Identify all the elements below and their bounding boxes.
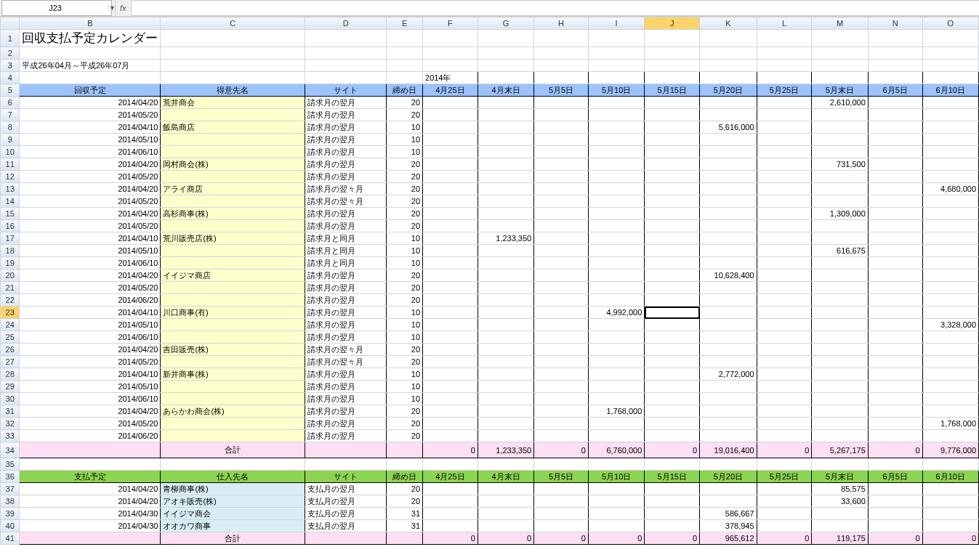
- recv-amount[interactable]: [588, 183, 644, 195]
- row-header[interactable]: 39: [1, 508, 20, 520]
- pay-amount[interactable]: [478, 495, 533, 508]
- recv-partner[interactable]: 川口商事(有): [161, 307, 305, 319]
- recv-amount[interactable]: [922, 368, 978, 381]
- cell[interactable]: [305, 442, 387, 458]
- recv-total-amount[interactable]: 0: [645, 442, 700, 458]
- recv-site[interactable]: 請求月の翌月: [305, 307, 387, 319]
- row-header[interactable]: 36: [1, 471, 20, 483]
- cell[interactable]: [757, 60, 812, 72]
- recv-partner[interactable]: アライ商店: [161, 183, 305, 195]
- cell[interactable]: [645, 30, 700, 47]
- spreadsheet-grid[interactable]: BCDEFGHIJKLMNO 1回収支払予定カレンダー23平成26年04月～平成…: [0, 17, 979, 559]
- recv-amount[interactable]: [645, 393, 700, 405]
- row-header[interactable]: 10: [1, 146, 20, 158]
- recv-amount[interactable]: [423, 195, 478, 208]
- cell[interactable]: [645, 60, 700, 72]
- recv-amount[interactable]: [423, 257, 478, 269]
- recv-amount[interactable]: [478, 418, 533, 430]
- recv-amount[interactable]: [423, 97, 478, 109]
- cell[interactable]: [305, 458, 387, 471]
- recv-site[interactable]: 請求月の翌々月: [305, 195, 387, 208]
- recv-amount[interactable]: [757, 195, 812, 208]
- recv-amount[interactable]: [423, 381, 478, 393]
- cell[interactable]: [478, 47, 533, 60]
- recv-amount[interactable]: [868, 97, 922, 109]
- recv-amount[interactable]: [922, 430, 978, 442]
- row-header[interactable]: 19: [1, 257, 20, 269]
- recv-amount[interactable]: 10,628,400: [700, 269, 757, 282]
- pay-partner[interactable]: 青柳商事(株): [161, 483, 305, 495]
- recv-partner[interactable]: [161, 282, 305, 294]
- pay-total-amount[interactable]: 0: [922, 532, 978, 545]
- recv-amount[interactable]: [423, 220, 478, 232]
- cell[interactable]: [387, 47, 423, 60]
- recv-site[interactable]: 請求月と同月: [305, 245, 387, 257]
- recv-amount[interactable]: [645, 183, 700, 195]
- cell[interactable]: [387, 442, 423, 458]
- recv-partner[interactable]: [161, 331, 305, 344]
- cell[interactable]: [922, 47, 978, 60]
- recv-amount[interactable]: [700, 245, 757, 257]
- pay-close[interactable]: 31: [387, 508, 423, 520]
- recv-amount[interactable]: [812, 319, 868, 331]
- recv-site[interactable]: 請求月の翌月: [305, 331, 387, 344]
- cell[interactable]: [588, 47, 644, 60]
- recv-amount[interactable]: [423, 121, 478, 134]
- recv-amount[interactable]: [645, 220, 700, 232]
- recv-amount[interactable]: [812, 109, 868, 121]
- recv-amount[interactable]: [700, 307, 757, 319]
- recv-amount[interactable]: [922, 146, 978, 158]
- col-header-amount-date[interactable]: 5月5日: [534, 84, 589, 97]
- recv-site[interactable]: 請求月の翌々月: [305, 356, 387, 368]
- recv-date[interactable]: 2014/06/10: [20, 331, 161, 344]
- recv-amount[interactable]: [812, 257, 868, 269]
- recv-amount[interactable]: [700, 158, 757, 171]
- recv-amount[interactable]: [423, 368, 478, 381]
- recv-date[interactable]: 2014/06/10: [20, 146, 161, 158]
- pay-amount[interactable]: 85,575: [812, 483, 868, 495]
- recv-partner[interactable]: [161, 195, 305, 208]
- recv-amount[interactable]: [478, 307, 533, 319]
- recv-close[interactable]: 20: [387, 430, 423, 442]
- cell[interactable]: [534, 47, 589, 60]
- recv-date[interactable]: 2014/05/10: [20, 134, 161, 146]
- recv-amount[interactable]: [588, 195, 644, 208]
- cell[interactable]: [305, 60, 387, 72]
- recv-amount[interactable]: [757, 356, 812, 368]
- recv-amount[interactable]: [868, 368, 922, 381]
- pay-total-amount[interactable]: 0: [757, 532, 812, 545]
- recv-amount[interactable]: [534, 232, 589, 245]
- col-header-amount-date[interactable]: 6月10日: [922, 84, 978, 97]
- recv-amount[interactable]: [478, 381, 533, 393]
- recv-date[interactable]: 2014/05/20: [20, 220, 161, 232]
- recv-amount[interactable]: [812, 171, 868, 183]
- cell[interactable]: [478, 72, 533, 84]
- recv-close[interactable]: 20: [387, 405, 423, 418]
- recv-amount[interactable]: [478, 344, 533, 356]
- recv-amount[interactable]: [700, 220, 757, 232]
- recv-close[interactable]: 20: [387, 356, 423, 368]
- recv-amount[interactable]: 616,675: [812, 245, 868, 257]
- recv-amount[interactable]: [423, 418, 478, 430]
- recv-amount[interactable]: [700, 146, 757, 158]
- recv-amount[interactable]: [868, 418, 922, 430]
- recv-amount[interactable]: [922, 269, 978, 282]
- row-header[interactable]: 38: [1, 495, 20, 508]
- cell[interactable]: [534, 72, 589, 84]
- recv-amount[interactable]: [588, 344, 644, 356]
- cell[interactable]: [423, 60, 478, 72]
- recv-partner[interactable]: [161, 257, 305, 269]
- recv-site[interactable]: 請求月の翌月: [305, 97, 387, 109]
- recv-close[interactable]: 20: [387, 418, 423, 430]
- recv-site[interactable]: 請求月の翌月: [305, 381, 387, 393]
- recv-amount[interactable]: [423, 294, 478, 307]
- pay-site[interactable]: 支払月の翌月: [305, 495, 387, 508]
- pay-amount[interactable]: [478, 520, 533, 532]
- recv-amount[interactable]: [757, 232, 812, 245]
- cell[interactable]: [868, 47, 922, 60]
- pay-amount[interactable]: [868, 495, 922, 508]
- recv-date[interactable]: 2014/04/10: [20, 368, 161, 381]
- pay-amount[interactable]: [478, 483, 533, 495]
- recv-partner[interactable]: [161, 171, 305, 183]
- row-header[interactable]: 27: [1, 356, 20, 368]
